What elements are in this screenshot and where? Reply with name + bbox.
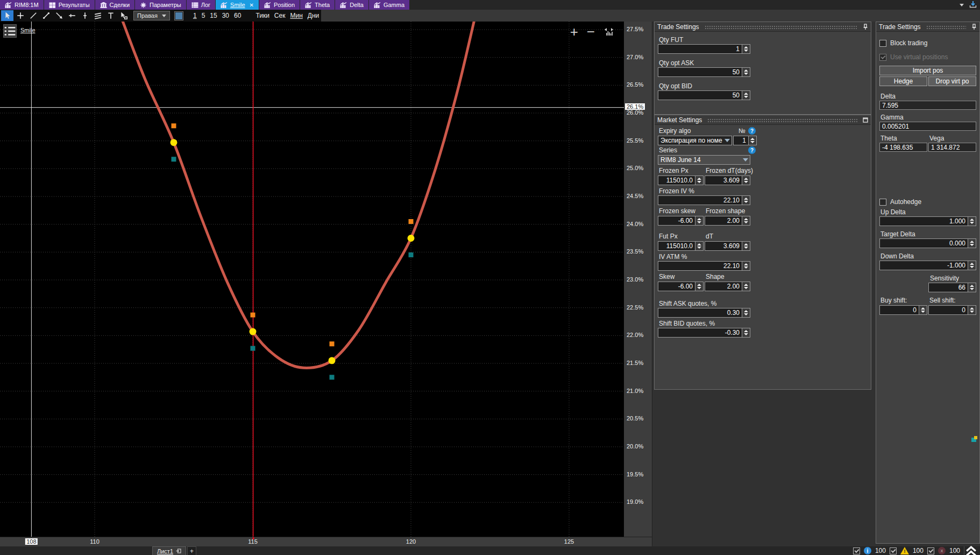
- spinner-buttons[interactable]: [695, 242, 703, 250]
- vertical-line-tool-button[interactable]: [79, 10, 91, 21]
- qty-ask-input[interactable]: 50: [658, 67, 750, 77]
- segment-tool-button[interactable]: [40, 10, 52, 21]
- spinner-buttons[interactable]: [742, 308, 750, 317]
- panel-title-bar[interactable]: Trade Settings: [655, 22, 871, 32]
- qty-bid-input[interactable]: 50: [658, 90, 750, 100]
- spinner-buttons[interactable]: [742, 262, 750, 270]
- sensitivity-input[interactable]: 66: [928, 283, 976, 292]
- spinner-buttons[interactable]: [742, 91, 750, 100]
- iv-atm-input[interactable]: 22.10: [658, 261, 750, 271]
- block-trading-checkbox[interactable]: Block trading: [879, 39, 976, 47]
- spinner-buttons[interactable]: [748, 136, 756, 145]
- maximize-icon[interactable]: [863, 117, 868, 123]
- spinner-buttons[interactable]: [695, 176, 703, 185]
- unit-seconds[interactable]: Сек: [274, 12, 286, 19]
- spinner-buttons[interactable]: [742, 216, 750, 225]
- bid-quotes-point[interactable]: [251, 346, 255, 351]
- shift-ask-input[interactable]: 0.30: [658, 308, 750, 318]
- interval-15[interactable]: 15: [210, 12, 217, 19]
- hedge-button[interactable]: Hedge: [879, 76, 927, 86]
- pin-icon[interactable]: [863, 24, 868, 30]
- help-icon[interactable]: ?: [748, 127, 756, 135]
- add-sheet-button[interactable]: +: [187, 546, 196, 555]
- smile-chart-plot[interactable]: Smile + −: [0, 22, 624, 537]
- spinner-buttons[interactable]: [742, 196, 750, 205]
- interval-5[interactable]: 5: [202, 12, 205, 19]
- unit-days[interactable]: Дни: [308, 12, 319, 19]
- series-select[interactable]: RIM8 June 14: [658, 155, 750, 165]
- zoom-in-button[interactable]: +: [570, 25, 578, 39]
- error-filter-checkbox[interactable]: [927, 547, 934, 554]
- sell-shift-input[interactable]: 0: [928, 305, 976, 315]
- color-swatch[interactable]: [175, 12, 183, 20]
- spinner-buttons[interactable]: [742, 68, 750, 76]
- frozen-iv-input[interactable]: 22.10: [658, 195, 750, 205]
- auto-fit-button[interactable]: [603, 26, 614, 38]
- tab-position[interactable]: Position: [259, 0, 300, 10]
- x-axis-strip[interactable]: 108110115120125: [0, 537, 652, 546]
- tab-trades[interactable]: Сделки: [95, 0, 135, 10]
- tab-parameters[interactable]: Параметры: [135, 0, 186, 10]
- spinner-buttons[interactable]: [968, 261, 976, 270]
- theo-iv-point[interactable]: [250, 328, 257, 335]
- tab-log[interactable]: Лог: [187, 0, 215, 10]
- spinner-buttons[interactable]: [695, 216, 703, 225]
- theo-iv-point[interactable]: [408, 235, 415, 242]
- tab-smile-active[interactable]: Smile ✕: [216, 0, 259, 10]
- spinner-buttons[interactable]: [742, 282, 750, 291]
- ask-quotes-point[interactable]: [409, 219, 414, 224]
- tabs-overflow-icon[interactable]: [960, 4, 964, 6]
- frozen-skew-input[interactable]: -6.00: [658, 216, 704, 226]
- spinner-buttons[interactable]: [968, 283, 976, 292]
- y-axis-strip[interactable]: 27.5%27.0%26.5%26.0%25.5%25.0%24.5%24.0%…: [624, 22, 652, 537]
- panel-title-bar[interactable]: Market Settings: [655, 115, 871, 125]
- select-tool-button[interactable]: [1, 10, 13, 21]
- interval-1[interactable]: 1: [193, 12, 197, 19]
- tab-theta[interactable]: Theta: [300, 0, 335, 10]
- save-layout-icon[interactable]: [969, 1, 977, 10]
- theo-iv-point[interactable]: [171, 139, 177, 146]
- up-delta-input[interactable]: 1.000: [879, 216, 976, 226]
- skew-input[interactable]: -6.00: [658, 282, 704, 291]
- spinner-buttons[interactable]: [968, 239, 976, 248]
- panel-title-bar[interactable]: Trade Settings: [876, 22, 979, 32]
- tab-gamma[interactable]: Gamma: [369, 0, 409, 10]
- unit-ticks[interactable]: Тики: [255, 12, 269, 19]
- shape-input[interactable]: 2.00: [705, 282, 750, 291]
- ask-quotes-point[interactable]: [172, 123, 176, 128]
- text-tool-button[interactable]: [104, 10, 117, 21]
- target-delta-input[interactable]: 0.000: [879, 238, 976, 248]
- use-virtual-positions-checkbox[interactable]: Use virtual positions: [879, 53, 976, 61]
- autohedge-checkbox[interactable]: Autohedge: [879, 198, 976, 206]
- down-delta-input[interactable]: -1.000: [879, 261, 976, 270]
- bid-quotes-point[interactable]: [172, 157, 176, 161]
- crosshair-tool-button[interactable]: [14, 10, 26, 21]
- ask-quotes-point[interactable]: [251, 313, 255, 318]
- tab-rim8-1m[interactable]: RIM8:1M: [0, 0, 44, 10]
- theo-iv-point[interactable]: [329, 357, 336, 364]
- pin-icon[interactable]: [971, 24, 977, 30]
- help-icon[interactable]: ?: [748, 146, 756, 154]
- direction-select[interactable]: Правая: [133, 11, 170, 20]
- bid-quotes-point[interactable]: [409, 252, 414, 257]
- interval-60[interactable]: 60: [234, 12, 241, 19]
- ask-quotes-point[interactable]: [330, 341, 335, 346]
- close-tab-icon[interactable]: ✕: [250, 2, 254, 8]
- spinner-buttons[interactable]: [742, 328, 750, 337]
- spinner-buttons[interactable]: [742, 176, 750, 185]
- spinner-buttons[interactable]: [968, 306, 976, 314]
- spinner-buttons[interactable]: [742, 242, 750, 250]
- bid-quotes-point[interactable]: [330, 375, 335, 380]
- zoom-out-button[interactable]: −: [587, 25, 595, 39]
- spinner-buttons[interactable]: [968, 217, 976, 226]
- expand-log-button[interactable]: [964, 546, 978, 555]
- line-tool-button[interactable]: [27, 10, 39, 21]
- interval-30[interactable]: 30: [222, 12, 229, 19]
- frozen-shape-input[interactable]: 2.00: [705, 216, 750, 226]
- warning-filter-checkbox[interactable]: [890, 547, 897, 554]
- arrow-line-tool-button[interactable]: [53, 10, 65, 21]
- erase-tool-button[interactable]: [117, 10, 130, 21]
- frozen-px-input[interactable]: 115010.0: [658, 175, 704, 185]
- import-pos-button[interactable]: Import pos: [879, 66, 976, 75]
- spinner-buttons[interactable]: [742, 45, 750, 53]
